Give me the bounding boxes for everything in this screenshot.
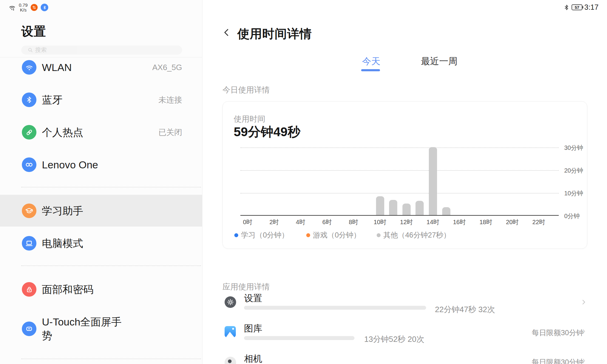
legend-label: 游戏（0分钟） [313,230,361,240]
x-axis-label: 16时 [453,218,466,226]
infinity-icon [22,157,36,172]
statusbar-left: 0.79 K/s [8,3,48,12]
sidebar-item-value: AX6_5G [152,63,182,72]
bluetooth-status-icon [41,4,48,11]
x-axis-line [240,215,559,216]
hotspot-link-icon [22,125,36,140]
x-axis-label: 14时 [426,218,439,226]
page-title: 使用时间详情 [237,25,312,42]
group-divider [21,359,201,359]
app-name: 设置 [244,292,262,305]
sidebar-item-label: 学习助手 [42,204,83,218]
y-axis-label: 20分钟 [564,167,583,175]
app-daily-limit: 每日限额30分钟 [532,357,584,364]
sidebar-item-bluetooth[interactable]: 蓝牙 未连接 [0,85,202,114]
back-chevron-icon [222,28,231,37]
legend-dot-icon [306,233,310,237]
x-axis-label: 22时 [532,218,545,226]
clock: 3:17 [584,3,599,12]
lock-icon [22,282,36,297]
app-daily-limit: 每日限额30分钟 [532,328,584,338]
x-axis-label: 10时 [374,218,386,226]
today-section-label: 今日使用详情 [222,85,270,95]
sidebar-item-value: 已关闭 [158,127,182,138]
x-axis-label: 18时 [480,218,492,226]
gesture-icon [22,322,36,336]
battery-level: 57 [575,5,579,10]
sidebar-item-label: 电脑模式 [42,237,83,250]
gear-icon [225,296,236,308]
x-axis-label: 6时 [322,218,332,226]
legend-label: 学习（0分钟） [241,230,289,240]
x-axis-label: 20时 [506,218,519,226]
sidebar-title: 设置 [21,23,46,40]
sidebar-item-label: 个人热点 [42,126,83,139]
legend-dot-icon [377,233,381,237]
legend-label: 其他（46分钟27秒） [383,230,450,240]
search-icon [28,48,33,52]
laptop-icon [22,236,36,251]
wifi-status-icon [8,4,16,11]
chevron-right-icon [581,329,587,334]
tab-today[interactable]: 今天 [362,55,380,68]
sidebar-item-study-assistant[interactable]: 学习助手 [0,196,202,225]
sidebar-item-wlan[interactable]: WLAN AX6_5G [0,53,202,82]
legend-dot-icon [234,233,238,237]
y-gridline [240,170,559,171]
app-usage-text: 13分钟52秒 20次 [364,334,424,345]
x-axis-label: 12时 [400,218,413,226]
usage-bar [402,204,411,215]
group-divider [21,187,201,187]
app-name: 图库 [244,322,262,335]
usage-bar [442,207,450,215]
apps-section-label: 应用使用详情 [222,281,270,292]
chevron-right-icon [581,358,587,364]
y-gridline [240,147,559,148]
tab-last-week[interactable]: 最近一周 [421,55,457,68]
sidebar-item-face-password[interactable]: 面部和密码 [0,275,202,304]
sidebar-item-label: 面部和密码 [42,283,93,296]
sidebar-item-lenovo-one[interactable]: Lenovo One [0,150,202,179]
app-usage-bar [244,306,426,310]
app-usage-text: 22分钟47秒 32次 [435,304,495,315]
x-axis-label: 4时 [296,218,305,226]
legend-item: 游戏（0分钟） [306,230,361,240]
sidebar-item-label: WLAN [42,61,72,74]
sidebar-item-pc-mode[interactable]: 电脑模式 [0,229,202,258]
sidebar-item-hotspot[interactable]: 个人热点 已关闭 [0,118,202,147]
app-usage-bar [244,336,354,340]
group-divider [21,265,201,266]
bluetooth-icon [563,4,570,11]
y-axis-label: 10分钟 [564,189,583,197]
graduation-cap-icon [22,204,36,218]
screen: 设置 搜索 WLAN AX6_5G 蓝牙 未连接 [0,0,607,364]
back-button[interactable] [222,28,231,37]
app-name: 相机 [244,353,262,364]
usage-time-card: 使用时间 59分钟49秒 0分钟10分钟20分钟30分钟0时2时4时6时8时10… [222,101,587,249]
active-tab-indicator [361,69,380,71]
chevron-right-icon [580,299,587,305]
usage-time-label: 使用时间 [234,114,265,124]
usage-bar [389,200,397,215]
y-axis-label: 30分钟 [564,144,583,152]
camera-icon [225,357,236,364]
sidebar-item-value: 未连接 [158,95,182,105]
sidebar-item-label: U-Touch全面屏手势 [42,315,122,342]
usage-time-total: 59分钟49秒 [234,123,300,140]
usage-bar-chart: 0分钟10分钟20分钟30分钟0时2时4时6时8时10时12时14时16时18时… [240,144,559,216]
bluetooth-icon [22,93,36,107]
statusbar-right: 57 3:17 [563,3,599,12]
settings-sidebar: 设置 搜索 WLAN AX6_5G 蓝牙 未连接 [0,0,202,364]
sidebar-item-label: 蓝牙 [42,93,63,107]
wifi-icon [22,60,36,75]
x-axis-label: 0时 [243,218,252,226]
gallery-icon [225,326,236,337]
sidebar-item-utouch[interactable]: U-Touch全面屏手势 [0,314,202,343]
legend-item: 学习（0分钟） [234,230,289,240]
y-gridline [240,193,559,194]
network-speed: 0.79 K/s [19,3,28,12]
usage-bar [429,147,437,215]
usage-bar [376,196,384,215]
usage-bar [415,201,424,215]
battery-icon: 57 [571,4,582,10]
